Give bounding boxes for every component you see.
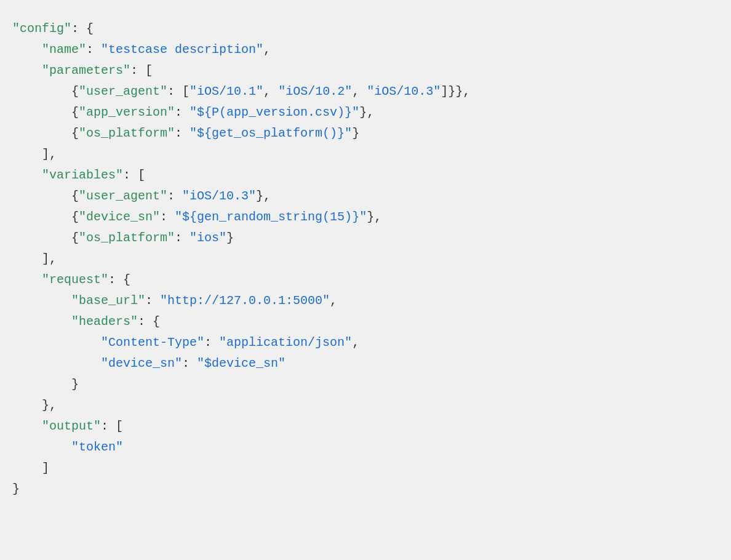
indent (12, 377, 71, 391)
json-key: "base_url" (71, 294, 145, 308)
indent (12, 356, 101, 370)
json-punctuation: : [ (167, 84, 190, 98)
json-value: "iOS/10.3" (367, 84, 441, 98)
json-punctuation: , (352, 84, 367, 98)
json-key: "app_version" (79, 105, 175, 119)
json-key: "variables" (42, 168, 123, 182)
json-value: "Content-Type" (101, 335, 204, 350)
code-line: "headers": { (12, 311, 713, 332)
json-punctuation: : { (71, 22, 94, 36)
indent (12, 273, 42, 287)
indent (12, 189, 71, 203)
json-key: "user_agent" (79, 189, 167, 203)
code-line: "parameters": [ (12, 60, 713, 81)
code-line: "device_sn": "$device_sn" (12, 353, 713, 374)
indent (12, 314, 71, 329)
json-punctuation: } (352, 126, 359, 140)
code-line: ], (12, 144, 713, 165)
json-punctuation: : [ (123, 168, 145, 182)
indent (12, 398, 42, 412)
code-line: } (12, 479, 713, 500)
indent (12, 419, 42, 433)
json-value: "$device_sn" (197, 356, 286, 370)
json-punctuation: } (71, 377, 79, 391)
json-punctuation: }, (256, 189, 271, 203)
indent (12, 231, 71, 245)
code-line: {"device_sn": "${gen_random_string(15)}"… (12, 207, 713, 228)
code-line: "variables": [ (12, 165, 713, 186)
code-line: {"app_version": "${P(app_version.csv)}"}… (12, 102, 713, 123)
json-punctuation: , (330, 294, 337, 308)
json-punctuation: , (352, 335, 359, 350)
code-line: "request": { (12, 270, 713, 290)
json-punctuation: : [ (130, 63, 153, 78)
json-punctuation: : (86, 42, 101, 57)
json-punctuation: : { (108, 273, 130, 287)
json-punctuation: { (71, 189, 79, 203)
indent (12, 294, 71, 308)
code-line: "token" (12, 437, 713, 458)
json-value: "${P(app_version.csv)}" (190, 105, 359, 119)
json-value: "http://127.0.0.1:5000" (160, 294, 330, 308)
json-punctuation: } (12, 482, 20, 496)
json-punctuation: : (204, 335, 219, 350)
indent (12, 168, 42, 182)
json-punctuation: : (175, 126, 190, 140)
json-punctuation: : (175, 105, 190, 119)
code-line: "Content-Type": "application/json", (12, 332, 713, 353)
json-key: "config" (12, 22, 71, 36)
json-punctuation: ] (42, 461, 49, 475)
json-punctuation: , (263, 42, 271, 57)
json-value: "iOS/10.2" (278, 84, 352, 98)
code-line: "output": [ (12, 416, 713, 437)
json-punctuation: ]}}, (441, 84, 470, 98)
json-punctuation: { (71, 126, 79, 140)
code-line: {"os_platform": "${get_os_platform()}"} (12, 123, 713, 144)
indent (12, 335, 101, 350)
code-line: }, (12, 395, 713, 416)
code-line: ] (12, 458, 713, 479)
json-value: "device_sn" (101, 356, 182, 370)
json-value: "testcase description" (101, 42, 263, 57)
json-punctuation: }, (42, 398, 57, 412)
indent (12, 63, 42, 78)
json-value: "application/json" (219, 335, 352, 350)
json-value: "iOS/10.1" (190, 84, 263, 98)
code-line: ], (12, 249, 713, 270)
json-value: "token" (71, 440, 123, 454)
json-punctuation: { (71, 231, 79, 245)
indent (12, 210, 71, 224)
json-key: "output" (42, 419, 101, 433)
json-value: "iOS/10.3" (182, 189, 256, 203)
json-punctuation: ], (42, 252, 57, 266)
code-container: "config": { "name": "testcase descriptio… (0, 0, 731, 560)
code-line: {"os_platform": "ios"} (12, 228, 713, 249)
code-line: "name": "testcase description", (12, 39, 713, 60)
json-key: "name" (42, 42, 86, 57)
json-punctuation: : (145, 294, 160, 308)
code-line: } (12, 374, 713, 395)
indent (12, 461, 42, 475)
json-punctuation: } (226, 231, 234, 245)
json-key: "user_agent" (79, 84, 167, 98)
json-punctuation: : (175, 231, 190, 245)
json-punctuation: : [ (101, 419, 123, 433)
json-key: "request" (42, 273, 108, 287)
json-punctuation: , (263, 84, 278, 98)
json-value: "ios" (190, 231, 226, 245)
json-value: "${get_os_platform()}" (190, 126, 352, 140)
code-line: "base_url": "http://127.0.0.1:5000", (12, 290, 713, 311)
json-punctuation: : (160, 210, 175, 224)
indent (12, 252, 42, 266)
code-block: "config": { "name": "testcase descriptio… (12, 18, 713, 500)
code-line: "config": { (12, 18, 713, 39)
indent (12, 84, 71, 98)
json-punctuation: { (71, 84, 79, 98)
json-punctuation: { (71, 210, 79, 224)
indent (12, 126, 71, 140)
json-key: "parameters" (42, 63, 130, 78)
indent (12, 105, 71, 119)
indent (12, 147, 42, 161)
json-key: "os_platform" (79, 126, 175, 140)
json-punctuation: : (167, 189, 182, 203)
